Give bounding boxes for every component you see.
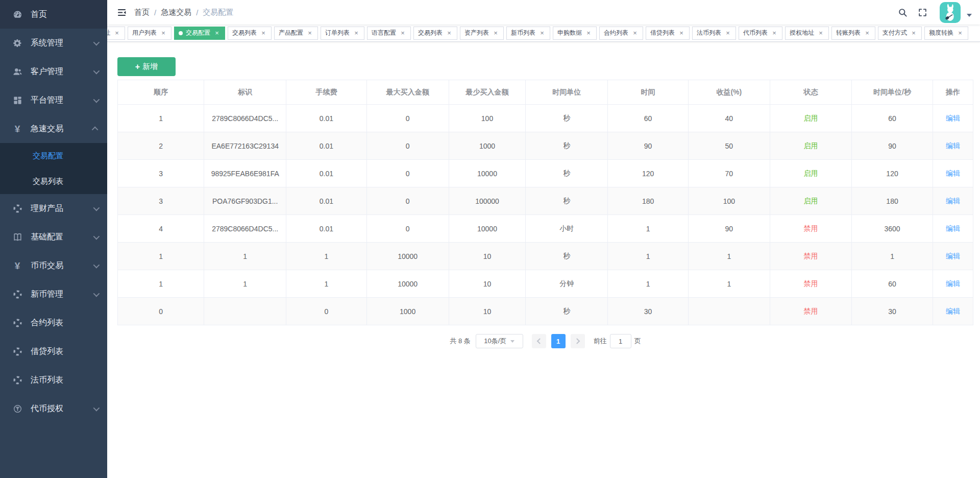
- close-icon[interactable]: ×: [910, 30, 917, 37]
- sidebar-item-customer[interactable]: 客户管理: [0, 57, 107, 86]
- navbar-right: [893, 2, 980, 23]
- hamburger-icon[interactable]: [107, 7, 134, 18]
- close-icon[interactable]: ×: [631, 30, 639, 37]
- sidebar-item-home[interactable]: 首页: [0, 0, 107, 29]
- cell-time_unit: 秒: [526, 160, 608, 187]
- cell-mark: 2789C8066D4DC5...: [204, 215, 286, 243]
- cell-time_unit: 秒: [526, 187, 608, 215]
- close-icon[interactable]: ×: [399, 30, 406, 37]
- cell-action: 编辑: [933, 270, 973, 298]
- close-icon[interactable]: ×: [353, 30, 360, 37]
- caret-down-icon[interactable]: [967, 14, 972, 17]
- sidebar-item-label: 法币列表: [31, 375, 98, 386]
- status-badge: 禁用: [803, 252, 818, 260]
- sidebar-item-fast-trade[interactable]: ¥急速交易: [0, 114, 107, 143]
- cell-time: 1: [608, 243, 689, 270]
- sidebar-subitem-trade-list[interactable]: 交易列表: [0, 169, 107, 194]
- breadcrumb-item-0[interactable]: 首页: [134, 8, 150, 17]
- cell-unit_seconds: 1: [851, 243, 933, 270]
- prev-page-button[interactable]: [532, 334, 546, 348]
- cell-time: 60: [608, 105, 689, 132]
- fullscreen-icon[interactable]: [913, 8, 933, 17]
- close-icon[interactable]: ×: [260, 30, 267, 37]
- tag-item-10[interactable]: 申购数据×: [553, 27, 597, 40]
- tag-item-4[interactable]: 产品配置×: [274, 27, 318, 40]
- close-icon[interactable]: ×: [771, 30, 778, 37]
- edit-link[interactable]: 编辑: [946, 141, 960, 150]
- chevron-down-icon: [93, 96, 100, 103]
- tag-item-12[interactable]: 借贷列表×: [646, 27, 690, 40]
- tag-item-0[interactable]: 地址×: [107, 27, 125, 40]
- tag-item-15[interactable]: 授权地址×: [785, 27, 829, 40]
- sidebar-item-system[interactable]: 系统管理: [0, 29, 107, 57]
- cell-order: 3: [118, 160, 204, 187]
- breadcrumb-item-1[interactable]: 急速交易: [161, 8, 191, 17]
- table-row: 2EA6E772163C291340.0101000秒9050启用90编辑: [118, 132, 973, 160]
- tag-item-11[interactable]: 合约列表×: [599, 27, 643, 40]
- sidebar-item-finance-product[interactable]: 理财产品: [0, 194, 107, 223]
- close-icon[interactable]: ×: [113, 30, 120, 37]
- close-icon[interactable]: ×: [538, 30, 546, 37]
- add-button[interactable]: + 新增: [117, 57, 176, 76]
- sidebar-item-platform[interactable]: 平台管理: [0, 86, 107, 114]
- close-icon[interactable]: ×: [213, 30, 220, 37]
- tag-label: 转账列表: [836, 29, 861, 37]
- sidebar-item-new-coin[interactable]: 新币管理: [0, 280, 107, 308]
- tag-label: 借贷列表: [650, 29, 675, 37]
- cell-mark: 2789C8066D4DC5...: [204, 105, 286, 132]
- edit-link[interactable]: 编辑: [946, 307, 960, 315]
- sidebar-item-basic-config[interactable]: 基础配置: [0, 223, 107, 251]
- edit-link[interactable]: 编辑: [946, 169, 960, 177]
- close-icon[interactable]: ×: [724, 30, 731, 37]
- tag-item-13[interactable]: 法币列表×: [692, 27, 736, 40]
- tag-item-16[interactable]: 转账列表×: [831, 27, 875, 40]
- edit-link[interactable]: 编辑: [946, 114, 960, 122]
- status-badge: 启用: [803, 169, 818, 177]
- tag-item-9[interactable]: 新币列表×: [506, 27, 550, 40]
- cell-status: 启用: [770, 105, 851, 132]
- close-icon[interactable]: ×: [817, 30, 824, 37]
- sidebar-item-fiat-list[interactable]: 法币列表: [0, 366, 107, 394]
- goto-page-input[interactable]: [610, 334, 631, 348]
- table-header-row: 顺序标识手续费最大买入金额最少买入金额时间单位时间收益(%)状态时间单位/秒操作: [118, 80, 973, 105]
- tag-item-8[interactable]: 资产列表×: [460, 27, 504, 40]
- cell-status: 禁用: [770, 243, 851, 270]
- cell-profit: [688, 298, 770, 325]
- sidebar-item-token-auth[interactable]: 代币授权: [0, 394, 107, 423]
- tag-item-7[interactable]: 交易列表×: [413, 27, 457, 40]
- column-header: 标识: [204, 80, 286, 105]
- tag-item-14[interactable]: 代币列表×: [739, 27, 782, 40]
- sidebar-item-contract-list[interactable]: 合约列表: [0, 308, 107, 337]
- close-icon[interactable]: ×: [492, 30, 499, 37]
- close-icon[interactable]: ×: [160, 30, 167, 37]
- tag-item-18[interactable]: 额度转换×: [924, 27, 968, 40]
- next-page-button[interactable]: [571, 334, 585, 348]
- close-icon[interactable]: ×: [446, 30, 453, 37]
- sidebar-item-loan-list[interactable]: 借贷列表: [0, 337, 107, 366]
- sidebar-item-coin-trade[interactable]: ¥币币交易: [0, 251, 107, 280]
- edit-link[interactable]: 编辑: [946, 279, 960, 288]
- close-icon[interactable]: ×: [585, 30, 592, 37]
- close-icon[interactable]: ×: [306, 30, 313, 37]
- tag-item-17[interactable]: 支付方式×: [878, 27, 922, 40]
- close-icon[interactable]: ×: [864, 30, 871, 37]
- tag-item-1[interactable]: 用户列表×: [128, 27, 172, 40]
- tag-item-3[interactable]: 交易列表×: [228, 27, 272, 40]
- edit-link[interactable]: 编辑: [946, 224, 960, 232]
- avatar[interactable]: [940, 2, 961, 23]
- edit-link[interactable]: 编辑: [946, 197, 960, 205]
- tag-item-6[interactable]: 语言配置×: [367, 27, 411, 40]
- search-icon[interactable]: [893, 8, 913, 17]
- close-icon[interactable]: ×: [957, 30, 964, 37]
- cell-status: 启用: [770, 187, 851, 215]
- edit-link[interactable]: 编辑: [946, 252, 960, 260]
- tag-item-5[interactable]: 订单列表×: [321, 27, 364, 40]
- page-size-select[interactable]: 10条/页: [476, 334, 523, 348]
- cell-profit: 40: [688, 105, 770, 132]
- chevron-down-icon: [93, 290, 100, 297]
- page-number-1[interactable]: 1: [551, 334, 566, 348]
- sidebar-item-label: 系统管理: [31, 38, 89, 49]
- sidebar-subitem-trade-config[interactable]: 交易配置: [0, 143, 107, 169]
- tag-item-2[interactable]: 交易配置×: [174, 27, 225, 40]
- close-icon[interactable]: ×: [678, 30, 685, 37]
